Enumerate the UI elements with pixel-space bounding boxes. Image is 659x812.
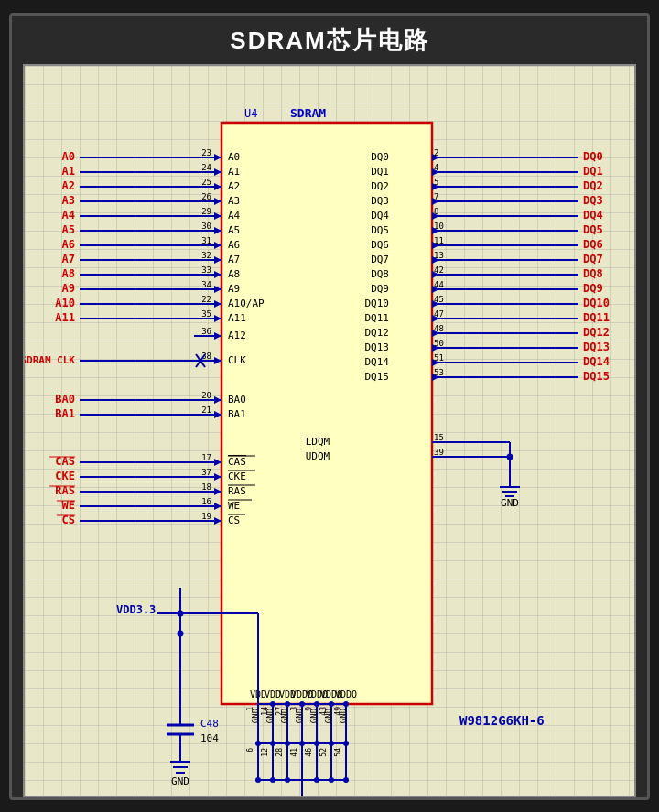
svg-point-204 (507, 453, 513, 460)
chip-ref: U4 (244, 107, 257, 120)
pin-dq0-label: DQ0 (583, 150, 603, 163)
svg-text:DQ13: DQ13 (583, 341, 610, 353)
svg-text:16: 16 (201, 497, 211, 506)
svg-point-258 (329, 741, 334, 746)
svg-text:DQ15: DQ15 (365, 371, 390, 383)
svg-text:A8: A8 (228, 268, 240, 280)
outer-frame: SDRAM芯片电路 U4 SDRAM (9, 13, 650, 800)
svg-text:13: 13 (434, 251, 444, 260)
svg-text:2: 2 (434, 148, 438, 157)
svg-text:CKE: CKE (55, 470, 75, 482)
svg-text:DQ6: DQ6 (371, 239, 389, 251)
svg-text:47: 47 (434, 309, 444, 319)
svg-point-288 (314, 777, 319, 783)
svg-text:20: 20 (201, 391, 211, 400)
svg-point-270 (178, 630, 184, 636)
svg-text:9: 9 (305, 706, 313, 710)
svg-text:DQ3: DQ3 (583, 194, 603, 207)
svg-text:A10/AP: A10/AP (228, 298, 265, 309)
svg-text:41: 41 (290, 747, 298, 756)
svg-text:DQ15: DQ15 (583, 370, 610, 383)
vdd33-label: VDD3.3 (116, 603, 156, 616)
svg-text:A6: A6 (62, 238, 75, 251)
svg-text:18: 18 (201, 482, 211, 492)
svg-point-268 (343, 701, 349, 707)
svg-text:BA1: BA1 (55, 407, 75, 420)
svg-text:A10: A10 (55, 297, 75, 309)
svg-point-287 (285, 777, 290, 783)
svg-text:DQ11: DQ11 (365, 312, 390, 324)
svg-text:CS: CS (228, 514, 240, 526)
svg-text:22: 22 (201, 295, 211, 304)
schematic-svg: U4 SDRAM (25, 66, 634, 796)
svg-text:SDRAM CLK: SDRAM CLK (23, 354, 75, 366)
svg-text:51: 51 (434, 353, 444, 363)
svg-point-285 (255, 777, 261, 783)
svg-text:24: 24 (201, 163, 211, 172)
svg-text:GND: GND (171, 775, 189, 787)
svg-text:A5: A5 (228, 224, 240, 236)
svg-text:A7: A7 (62, 253, 75, 265)
svg-point-267 (329, 701, 334, 707)
svg-text:DQ10: DQ10 (365, 298, 390, 309)
svg-text:46: 46 (305, 747, 313, 756)
svg-text:17: 17 (201, 453, 211, 462)
svg-text:DQ1: DQ1 (371, 166, 389, 178)
svg-text:DQ9: DQ9 (583, 282, 603, 295)
svg-text:11: 11 (434, 236, 444, 245)
svg-text:UDQM: UDQM (306, 450, 330, 462)
svg-text:29: 29 (201, 207, 211, 216)
svg-text:49: 49 (334, 706, 342, 715)
svg-text:LDQM: LDQM (306, 436, 330, 448)
svg-text:52: 52 (319, 747, 328, 756)
svg-text:A9: A9 (228, 283, 240, 295)
svg-text:53: 53 (434, 368, 444, 377)
svg-text:RAS: RAS (228, 485, 246, 497)
svg-text:32: 32 (201, 251, 211, 260)
svg-text:45: 45 (434, 295, 444, 304)
svg-text:12: 12 (261, 747, 269, 756)
svg-text:42: 42 (434, 265, 444, 275)
part-number: W9812G6KH-6 (459, 713, 545, 728)
svg-text:GND: GND (501, 497, 519, 509)
svg-text:DQ4: DQ4 (371, 210, 389, 222)
svg-text:CKE: CKE (228, 471, 246, 482)
svg-text:A2: A2 (62, 179, 75, 192)
svg-text:14: 14 (261, 706, 269, 715)
svg-text:28: 28 (275, 747, 284, 756)
svg-text:A0: A0 (228, 151, 240, 163)
chip-name: SDRAM (290, 106, 326, 120)
svg-point-266 (314, 701, 319, 707)
page-title: SDRAM芯片电路 (230, 16, 428, 64)
svg-text:BA0: BA0 (55, 393, 75, 406)
svg-text:DQ12: DQ12 (365, 327, 390, 339)
svg-point-263 (270, 701, 275, 707)
svg-text:7: 7 (434, 192, 438, 201)
svg-text:A12: A12 (228, 330, 246, 341)
svg-text:5: 5 (434, 178, 438, 187)
svg-text:43: 43 (319, 706, 328, 715)
pin-a0-label: A0 (62, 150, 75, 163)
svg-point-265 (299, 701, 305, 707)
svg-text:DQ5: DQ5 (583, 223, 603, 236)
schematic-area: U4 SDRAM (23, 64, 636, 797)
svg-text:50: 50 (434, 339, 444, 348)
svg-text:A4: A4 (228, 210, 241, 222)
svg-text:39: 39 (434, 448, 444, 457)
svg-text:A1: A1 (228, 166, 240, 178)
svg-text:48: 48 (434, 324, 444, 333)
svg-text:DQ12: DQ12 (583, 326, 610, 339)
svg-text:A1: A1 (62, 165, 75, 178)
svg-text:6: 6 (246, 747, 254, 752)
svg-text:25: 25 (201, 178, 211, 187)
svg-text:DQ7: DQ7 (583, 253, 603, 265)
svg-text:VDDQ: VDDQ (335, 689, 357, 699)
svg-text:4: 4 (434, 163, 438, 172)
svg-text:A5: A5 (62, 223, 75, 236)
svg-text:23: 23 (201, 148, 211, 157)
svg-text:34: 34 (201, 280, 211, 289)
svg-text:35: 35 (201, 309, 211, 319)
svg-text:DQ2: DQ2 (583, 179, 603, 192)
svg-point-254 (270, 741, 275, 746)
svg-text:A3: A3 (228, 195, 240, 207)
